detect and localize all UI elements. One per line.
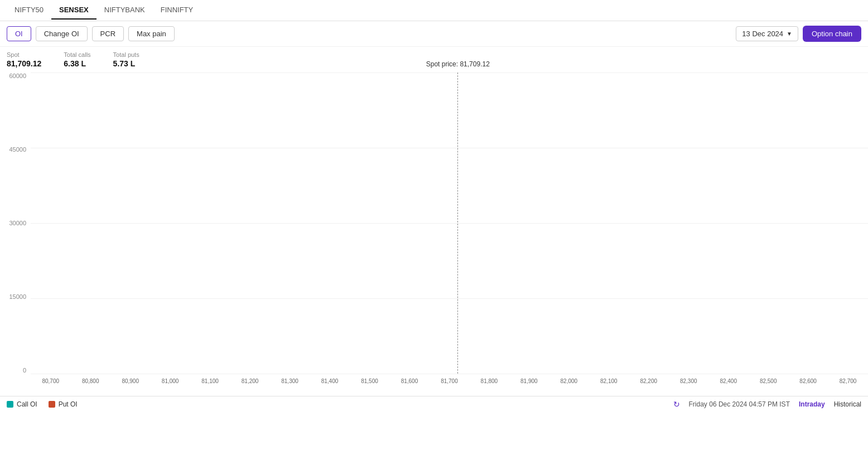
put-oi-label: Put OI	[59, 400, 78, 408]
call-oi-label: Call OI	[17, 400, 37, 408]
top-nav: NIFTY50SENSEXNIFTYBANKFINNIFTY	[0, 0, 868, 21]
total-puts-stat: Total puts 5.73 L	[113, 51, 139, 68]
total-calls-value: 6.38 L	[64, 59, 90, 68]
total-puts-value: 5.73 L	[113, 59, 139, 68]
date-selector[interactable]: 13 Dec 2024▼	[736, 26, 798, 41]
y-label: 30000	[9, 220, 26, 226]
y-label: 15000	[9, 293, 26, 300]
btn-max-pain[interactable]: Max pain	[128, 26, 175, 41]
x-label: 81,000	[150, 378, 190, 384]
call-oi-legend: Call OI	[7, 400, 37, 408]
y-label: 0	[23, 367, 26, 374]
put-oi-dot	[49, 401, 55, 408]
nav-tab-niftybank[interactable]: NIFTYBANK	[97, 1, 153, 20]
x-label: 82,500	[748, 378, 788, 384]
stats-row: Spot 81,709.12 Total calls 6.38 L Total …	[0, 47, 868, 72]
x-label: 81,300	[270, 378, 310, 384]
total-puts-label: Total puts	[113, 51, 139, 58]
footer-right: ↻ Friday 06 Dec 2024 04:57 PM IST Intrad…	[673, 400, 861, 409]
x-label: 80,800	[70, 378, 110, 384]
call-oi-dot	[7, 401, 13, 408]
y-label: 60000	[9, 72, 26, 79]
x-label: 80,900	[110, 378, 150, 384]
timestamp: Friday 06 Dec 2024 04:57 PM IST	[689, 400, 790, 408]
y-label: 45000	[9, 146, 26, 153]
x-label: 82,100	[589, 378, 629, 384]
nav-tab-nifty50[interactable]: NIFTY50	[7, 1, 51, 20]
btn-pcr[interactable]: PCR	[92, 26, 124, 41]
x-label: 82,700	[828, 378, 867, 384]
x-label: 82,600	[788, 378, 828, 384]
x-label: 81,600	[389, 378, 429, 384]
x-label: 82,000	[549, 378, 589, 384]
spot-label: Spot	[7, 51, 41, 58]
y-axis: 600004500030000150000	[0, 72, 31, 374]
x-label: 81,200	[230, 378, 269, 384]
footer: Call OI Put OI ↻ Friday 06 Dec 2024 04:5…	[0, 396, 868, 412]
x-label: 81,500	[350, 378, 389, 384]
x-label: 82,200	[629, 378, 668, 384]
btn-oi[interactable]: OI	[7, 26, 31, 41]
bars-area	[31, 72, 868, 374]
date-label: 13 Dec 2024	[742, 30, 783, 38]
total-calls-label: Total calls	[64, 51, 90, 58]
x-label: 82,300	[669, 378, 708, 384]
chevron-down-icon: ▼	[787, 31, 792, 37]
x-labels: 80,70080,80080,90081,00081,10081,20081,3…	[31, 375, 868, 396]
x-label: 81,800	[469, 378, 509, 384]
spot-stat: Spot 81,709.12	[7, 51, 41, 68]
x-label: 81,100	[190, 378, 230, 384]
x-label: 81,900	[509, 378, 549, 384]
put-oi-legend: Put OI	[49, 400, 78, 408]
grid-line	[31, 374, 868, 374]
chart-container: 600004500030000150000 80,70080,80080,900…	[0, 72, 868, 396]
total-calls-stat: Total calls 6.38 L	[64, 51, 90, 68]
x-label: 80,700	[31, 378, 70, 384]
option-chain-button[interactable]: Option chain	[803, 26, 861, 42]
x-label: 82,400	[708, 378, 748, 384]
nav-tab-sensex[interactable]: SENSEX	[51, 1, 97, 20]
refresh-icon[interactable]: ↻	[673, 400, 680, 409]
x-label: 81,400	[310, 378, 349, 384]
btn-change-oi[interactable]: Change OI	[36, 26, 88, 41]
spot-value: 81,709.12	[7, 59, 41, 68]
toolbar: OIChange OIPCRMax pain13 Dec 2024▼Option…	[0, 21, 868, 47]
intraday-tab[interactable]: Intraday	[799, 400, 825, 408]
x-label: 81,700	[430, 378, 469, 384]
nav-tab-finnifty[interactable]: FINNIFTY	[153, 1, 201, 20]
historical-tab[interactable]: Historical	[834, 400, 861, 408]
